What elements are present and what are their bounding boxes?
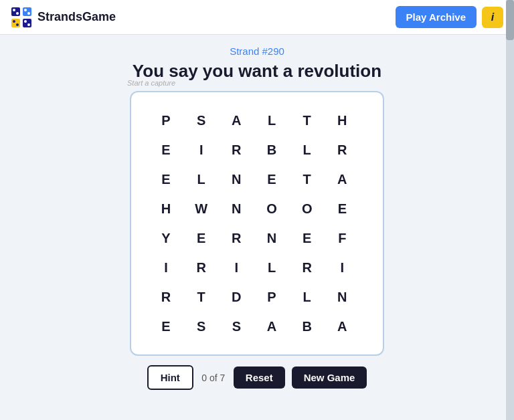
letter-cell[interactable]: I xyxy=(327,253,357,282)
logo-area: StrandsGame xyxy=(11,7,116,28)
letter-cell[interactable]: I xyxy=(151,253,181,282)
letter-cell[interactable]: T xyxy=(187,282,216,312)
new-game-button[interactable]: New Game xyxy=(292,366,367,389)
letter-cell[interactable]: B xyxy=(257,135,286,165)
letter-cell[interactable]: N xyxy=(257,223,286,253)
svg-point-6 xyxy=(24,9,27,11)
letter-cell[interactable]: F xyxy=(327,223,357,253)
letter-cell[interactable]: P xyxy=(151,106,181,135)
letter-cell[interactable]: N xyxy=(222,194,251,223)
svg-point-9 xyxy=(16,23,19,26)
svg-point-11 xyxy=(27,23,30,26)
letter-cell[interactable]: H xyxy=(327,106,357,135)
letter-cell[interactable]: E xyxy=(151,165,181,194)
letter-cell[interactable]: E xyxy=(151,135,181,165)
letter-cell[interactable]: T xyxy=(292,106,322,135)
letter-cell[interactable]: Y xyxy=(151,223,181,253)
svg-point-10 xyxy=(24,20,27,23)
bottom-bar: Hint 0 of 7 Reset New Game xyxy=(130,365,384,390)
play-archive-button[interactable]: Play Archive xyxy=(396,6,477,28)
hint-count: 0 of 7 xyxy=(200,373,227,383)
svg-rect-0 xyxy=(11,7,20,16)
logo-icon xyxy=(11,7,32,28)
letter-cell[interactable]: L xyxy=(292,282,322,312)
letter-cell[interactable]: B xyxy=(292,312,322,341)
logo-title: StrandsGame xyxy=(37,10,116,24)
letter-cell[interactable]: A xyxy=(327,165,357,194)
letter-cell[interactable]: P xyxy=(257,282,286,312)
header: StrandsGame Play Archive i xyxy=(0,0,514,35)
letter-cell[interactable]: S xyxy=(222,312,251,341)
svg-rect-3 xyxy=(23,19,31,27)
letter-cell[interactable]: L xyxy=(187,165,216,194)
letter-cell[interactable]: A xyxy=(222,106,251,135)
letter-cell[interactable]: W xyxy=(187,194,216,223)
main-content: Strand #290 You say you want a revolutio… xyxy=(0,35,514,401)
letter-cell[interactable]: L xyxy=(257,253,286,282)
svg-point-7 xyxy=(27,12,30,15)
letter-cell[interactable]: S xyxy=(187,312,216,341)
letter-cell[interactable]: I xyxy=(187,135,216,165)
letter-cell[interactable]: D xyxy=(222,282,251,312)
svg-rect-1 xyxy=(23,7,31,16)
letter-cell[interactable]: R xyxy=(222,135,251,165)
scrollbar-thumb[interactable] xyxy=(506,0,514,40)
header-buttons: Play Archive i xyxy=(396,6,504,28)
letter-cell[interactable]: S xyxy=(187,106,216,135)
letter-cell[interactable]: T xyxy=(292,165,322,194)
letter-cell[interactable]: R xyxy=(187,253,216,282)
letter-cell[interactable]: A xyxy=(257,312,286,341)
letter-cell[interactable]: E xyxy=(327,194,357,223)
letter-cell[interactable]: N xyxy=(222,165,251,194)
letter-cell[interactable]: R xyxy=(222,223,251,253)
letter-cell[interactable]: A xyxy=(327,312,357,341)
svg-rect-2 xyxy=(11,19,20,27)
letter-cell[interactable]: R xyxy=(292,253,322,282)
svg-point-4 xyxy=(13,9,15,11)
letter-cell[interactable]: I xyxy=(222,253,251,282)
grid-container: PSALTHEIRBLRELNETAHWNOOEYERNEFIRILRIRTDP… xyxy=(130,91,384,356)
letter-cell[interactable]: N xyxy=(327,282,357,312)
puzzle-label: Strand #290 xyxy=(230,45,284,57)
letter-cell[interactable]: L xyxy=(257,106,286,135)
letter-cell[interactable]: E xyxy=(257,165,286,194)
letter-grid: PSALTHEIRBLRELNETAHWNOOEYERNEFIRILRIRTDP… xyxy=(151,106,363,341)
letter-cell[interactable]: O xyxy=(292,194,322,223)
letter-cell[interactable]: E xyxy=(187,223,216,253)
letter-cell[interactable]: L xyxy=(292,135,322,165)
reset-button[interactable]: Reset xyxy=(234,366,285,389)
svg-point-5 xyxy=(16,12,19,15)
letter-cell[interactable]: E xyxy=(151,312,181,341)
letter-cell[interactable]: O xyxy=(257,194,286,223)
svg-point-8 xyxy=(13,20,15,23)
letter-cell[interactable]: H xyxy=(151,194,181,223)
letter-cell[interactable]: E xyxy=(292,223,322,253)
scrollbar[interactable] xyxy=(506,0,514,420)
letter-cell[interactable]: R xyxy=(151,282,181,312)
letter-cell[interactable]: R xyxy=(327,135,357,165)
hint-button[interactable]: Hint xyxy=(147,365,193,390)
info-button[interactable]: i xyxy=(482,7,503,28)
capture-label: Start a capture xyxy=(127,79,175,87)
